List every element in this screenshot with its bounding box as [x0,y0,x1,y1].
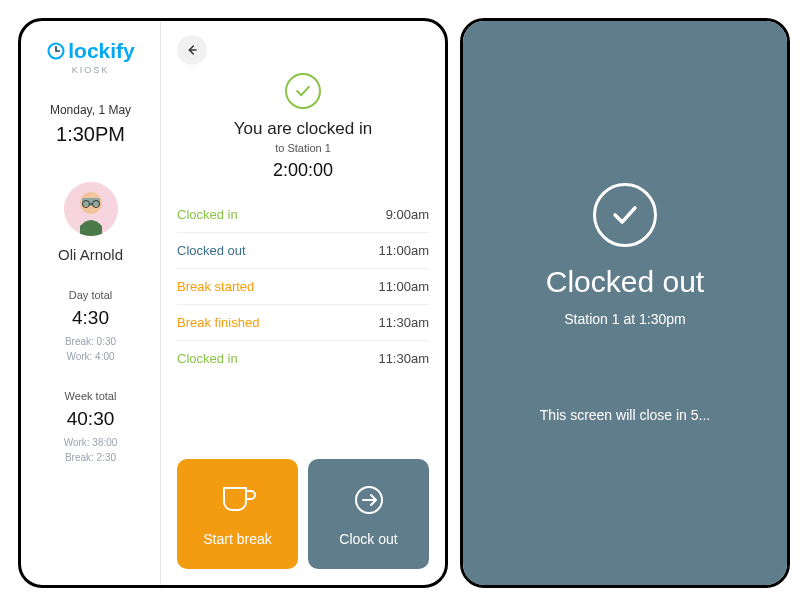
week-total-block: Week total 40:30 Work: 38:00 Break: 2:30 [64,364,118,465]
check-circle-icon [593,183,657,247]
log-row: Clocked in11:30am [177,341,429,376]
log-time: 11:00am [378,279,429,294]
exit-icon [351,482,387,521]
user-name: Oli Arnold [58,246,123,263]
day-total-break: Break: 0:30 [65,334,116,349]
activity-log: Clocked in9:00amClocked out11:00amBreak … [177,197,429,376]
current-date: Monday, 1 May [50,103,131,117]
kiosk-confirmation-screen: Clocked out Station 1 at 1:30pm This scr… [460,18,790,588]
check-circle-icon [285,73,321,109]
log-row: Break finished11:30am [177,305,429,341]
log-label: Break finished [177,315,259,330]
log-row: Clocked in9:00am [177,197,429,233]
confirmation-title: Clocked out [546,265,704,299]
status-title: You are clocked in [177,119,429,139]
cup-icon [218,482,258,521]
log-row: Break started11:00am [177,269,429,305]
week-total-value: 40:30 [64,408,118,430]
log-time: 11:30am [378,351,429,366]
status-subtitle: to Station 1 [177,142,429,154]
clock-out-label: Clock out [339,531,397,547]
log-label: Clocked out [177,243,246,258]
current-time: 1:30PM [56,123,125,146]
brand-logo: lockify KIOSK [46,39,135,75]
kiosk-main-screen: lockify KIOSK Monday, 1 May 1:30PM Oli A… [18,18,448,588]
status-block: You are clocked in to Station 1 2:00:00 [177,73,429,181]
back-button[interactable] [177,35,207,65]
main-panel: You are clocked in to Station 1 2:00:00 … [161,21,445,585]
sidebar: lockify KIOSK Monday, 1 May 1:30PM Oli A… [21,21,161,585]
clock-out-button[interactable]: Clock out [308,459,429,569]
log-label: Break started [177,279,254,294]
log-label: Clocked in [177,207,238,222]
confirmation-subtitle: Station 1 at 1:30pm [564,311,685,327]
action-row: Start break Clock out [177,459,429,569]
log-time: 11:30am [378,315,429,330]
day-total-block: Day total 4:30 Break: 0:30 Work: 4:00 [65,263,116,364]
week-total-work: Work: 38:00 [64,435,118,450]
clock-icon [46,41,66,61]
log-row: Clocked out11:00am [177,233,429,269]
log-time: 11:00am [378,243,429,258]
confirmation-panel: Clocked out Station 1 at 1:30pm This scr… [463,21,787,585]
start-break-label: Start break [203,531,271,547]
confirmation-countdown: This screen will close in 5... [540,407,710,423]
week-total-label: Week total [64,390,118,402]
log-time: 9:00am [386,207,429,222]
day-total-value: 4:30 [65,307,116,329]
day-total-work: Work: 4:00 [65,349,116,364]
week-total-break: Break: 2:30 [64,450,118,465]
svg-rect-5 [82,198,100,206]
avatar [64,182,118,236]
status-timer: 2:00:00 [177,160,429,181]
brand-kiosk-label: KIOSK [72,65,110,75]
start-break-button[interactable]: Start break [177,459,298,569]
brand-name: lockify [68,39,135,63]
log-label: Clocked in [177,351,238,366]
arrow-left-icon [184,42,200,58]
day-total-label: Day total [65,289,116,301]
